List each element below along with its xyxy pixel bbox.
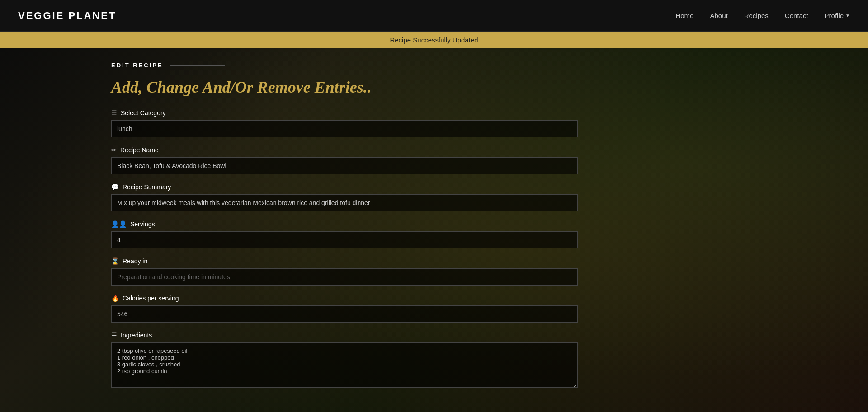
- nav-recipes[interactable]: Recipes: [744, 12, 769, 19]
- calories-section: 🔥 Calories per serving: [111, 295, 757, 323]
- servings-input[interactable]: [111, 231, 578, 248]
- servings-label: 👤👤 Servings: [111, 220, 757, 228]
- recipe-name-section: ✏ Recipe Name: [111, 146, 757, 174]
- brand-logo: VEGGIE PLANET: [18, 10, 116, 22]
- nav-home[interactable]: Home: [675, 12, 693, 19]
- select-category-section: ☰ Select Category lunch: [111, 109, 757, 137]
- navbar: VEGGIE PLANET Home About Recipes Contact…: [0, 0, 868, 32]
- hourglass-icon: ⌛: [111, 258, 119, 265]
- select-category-label: ☰ Select Category: [111, 109, 757, 117]
- edit-recipe-header: EDIT RECIPE: [111, 62, 757, 69]
- page-heading: Add, Change And/Or Remove Entries..: [111, 78, 757, 97]
- pencil-icon: ✏: [111, 146, 117, 154]
- edit-recipe-divider: [170, 65, 225, 66]
- flame-icon: 🔥: [111, 295, 119, 302]
- ingredients-textarea[interactable]: [111, 342, 578, 388]
- category-select[interactable]: lunch: [111, 120, 578, 137]
- nav-profile[interactable]: Profile ▼: [825, 12, 850, 19]
- recipe-summary-section: 💬 Recipe Summary: [111, 183, 757, 211]
- list-bullet-icon: ☰: [111, 332, 117, 339]
- nav-contact[interactable]: Contact: [785, 12, 808, 19]
- ready-in-input[interactable]: [111, 268, 578, 286]
- recipe-name-label: ✏ Recipe Name: [111, 146, 757, 154]
- main-content: EDIT RECIPE Add, Change And/Or Remove En…: [0, 48, 868, 412]
- people-icon: 👤👤: [111, 220, 127, 228]
- nav-links: Home About Recipes Contact Profile ▼: [675, 12, 850, 20]
- ready-in-label: ⌛ Ready in: [111, 258, 757, 265]
- recipe-summary-input[interactable]: [111, 194, 578, 211]
- list-icon: ☰: [111, 109, 117, 117]
- ingredients-label: ☰ Ingredients: [111, 332, 757, 339]
- calories-input[interactable]: [111, 305, 578, 323]
- calories-label: 🔥 Calories per serving: [111, 295, 757, 302]
- servings-section: 👤👤 Servings: [111, 220, 757, 248]
- nav-about[interactable]: About: [710, 12, 727, 19]
- ready-in-section: ⌛ Ready in: [111, 258, 757, 286]
- ingredients-section: ☰ Ingredients: [111, 332, 757, 389]
- chevron-down-icon: ▼: [845, 13, 850, 18]
- success-banner: Recipe Successfully Updated: [0, 32, 868, 48]
- comment-icon: 💬: [111, 183, 119, 191]
- edit-recipe-title: EDIT RECIPE: [111, 62, 163, 69]
- recipe-name-input[interactable]: [111, 157, 578, 174]
- recipe-summary-label: 💬 Recipe Summary: [111, 183, 757, 191]
